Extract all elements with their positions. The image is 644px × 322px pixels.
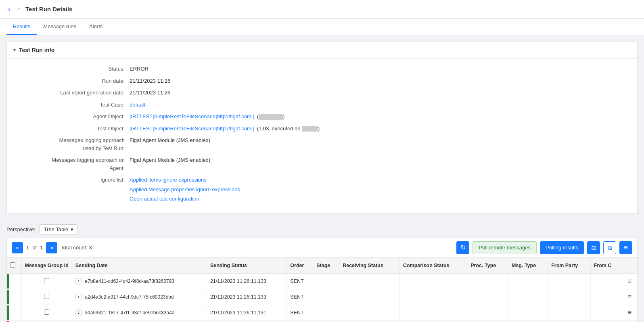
row-menu-button-2[interactable]: ≡ [625, 293, 634, 301]
td-from-party-child: IRTTES [590, 320, 622, 322]
section-header[interactable]: ▾ Test Run info [7, 42, 637, 59]
polling-results-button[interactable]: Polling results [540, 241, 584, 254]
td-indicator-2 [7, 289, 21, 305]
th-msg-type: Msg. Type [508, 258, 548, 273]
td-comparison-status-2 [467, 289, 508, 305]
menu-button[interactable]: ≡ [619, 241, 632, 254]
row-checkbox-3[interactable] [44, 309, 49, 315]
last-page-button[interactable]: » [46, 242, 57, 253]
data-table-wrap: Message Group Id Sending Date Sending St… [6, 258, 638, 322]
select-all-checkbox[interactable] [10, 262, 15, 268]
msg-logging-testrun-value: Figaf Agent Module (JMS enabled) [130, 136, 210, 144]
td-message-group-id-3: ∨ 3da59321-1817-47f1-93ef-be9eb6c83a4a [72, 305, 207, 320]
td-message-group-id-2: › a2d4a3c2-a917-44cf-9dc7-75fc60023bbd [72, 289, 207, 305]
message-group-id-3: 3da59321-1817-47f1-93ef-be9eb6c83a4a [85, 309, 174, 315]
perspective-chevron-icon: ▾ [71, 226, 73, 232]
td-sending-date-2: 21/11/2023 11:26:11.133 [207, 289, 286, 305]
td-actions-2: ≡ [622, 289, 637, 305]
msg-logging-testrun-row: Messages logging approachused by Test Ru… [17, 136, 627, 152]
compare-button[interactable]: ⚖ [587, 241, 600, 254]
td-sending-date-3: 21/11/2023 11:26:11.131 [207, 305, 286, 320]
th-checkbox [7, 258, 21, 273]
td-actions-child: ≡ [622, 320, 637, 322]
td-sending-status-2: SENT [287, 289, 313, 305]
td-receiving-status-3 [399, 305, 467, 320]
th-sending-date: Sending Date [72, 258, 207, 273]
th-receiving-status: Receiving Status [339, 258, 400, 273]
ignore-list-link-1[interactable]: Applied items ignore expressions [130, 176, 240, 184]
td-proc-type-3 [508, 305, 548, 320]
td-order-1 [313, 273, 339, 289]
total-count-label: Total count: 3 [61, 245, 92, 251]
copy-button[interactable]: ⧉ [603, 241, 616, 254]
msg-logging-agent-row: Messages logging approach onAgent: Figaf… [17, 156, 627, 172]
test-case-label: Test Case: [17, 101, 130, 109]
td-proc-type-2 [508, 289, 548, 305]
agent-object-value: |IRTTEST|SimpleRestToFileScenario|http:/… [130, 113, 284, 121]
test-case-value[interactable]: default-- [130, 101, 149, 109]
data-table: Message Group Id Sending Date Sending St… [7, 258, 637, 322]
tabs-bar: Results Message runs Alerts [0, 19, 644, 35]
td-stage-2 [339, 289, 400, 305]
tab-alerts[interactable]: Alerts [83, 19, 109, 35]
td-order-2 [313, 289, 339, 305]
poll-remote-button[interactable]: Poll remote messages [473, 241, 537, 254]
page-title: Test Run Details [25, 6, 72, 13]
msg-logging-testrun-label: Messages logging approachused by Test Ru… [17, 136, 130, 152]
last-report-value: 21/11/2023 11:26 [130, 89, 170, 97]
th-from-party: From Party [548, 258, 591, 273]
page-total: 1 [40, 245, 43, 251]
row-menu-button-3[interactable]: ≡ [625, 308, 634, 317]
ignore-list-link-2[interactable]: Applied Message properties ignore expres… [130, 186, 240, 194]
row-checkbox-2[interactable] [44, 294, 49, 299]
td-stage-child: 2 [339, 320, 400, 322]
td-comparison-status-child: ERROR [467, 320, 508, 322]
expand-button-1[interactable]: › [75, 278, 82, 284]
tab-message-runs[interactable]: Message runs [37, 19, 83, 35]
first-page-button[interactable]: « [12, 242, 23, 253]
agent-object-row: Agent Object: |IRTTEST|SimpleRestToFileS… [17, 113, 627, 121]
row-checkbox-1[interactable] [44, 278, 49, 283]
status-label: Status: [17, 65, 130, 73]
th-actions [622, 258, 637, 273]
row-indicator-green [7, 274, 9, 289]
ignore-list-link-3[interactable]: Open actual test configuration [130, 195, 240, 203]
perspective-select[interactable]: Tree Table ▾ [40, 224, 78, 234]
row-menu-button-1[interactable]: ≡ [625, 277, 634, 286]
td-proc-type-child: EO [508, 320, 548, 322]
expand-button-2[interactable]: › [75, 294, 82, 300]
expand-button-3[interactable]: ∨ [75, 309, 82, 316]
td-msg-type-2 [548, 289, 591, 305]
td-receiving-status-1 [399, 273, 467, 289]
tab-results[interactable]: Results [6, 19, 37, 35]
last-report-row: Last report generation date: 21/11/2023 … [17, 89, 627, 97]
back-button[interactable]: ‹ [6, 4, 12, 15]
td-actions-3: ≡ [622, 305, 637, 320]
td-checkbox-child [21, 320, 72, 322]
th-stage: Stage [313, 258, 339, 273]
td-msg-type-1 [548, 273, 591, 289]
th-comparison-status: Comparison Status [399, 258, 467, 273]
test-object-link[interactable]: |IRTTEST|SimpleRestToFileScenario|http:/… [130, 125, 254, 132]
run-date-row: Run date: 21/11/2023 11:26 [17, 77, 627, 85]
home-icon[interactable]: ⌂ [17, 6, 21, 13]
refresh-button[interactable]: ↻ [456, 241, 469, 254]
test-case-row: Test Case: default-- [17, 101, 627, 109]
msg-logging-agent-value: Figaf Agent Module (JMS enabled) [130, 156, 210, 164]
table-row: ∨ 3da59321-1817-47f1-93ef-be9eb6c83a4a 2… [7, 305, 637, 320]
app-header: ‹ ⌂ Test Run Details [0, 0, 644, 19]
page-of: of [32, 245, 37, 251]
table-header-row: Message Group Id Sending Date Sending St… [7, 258, 637, 273]
th-proc-type: Proc. Type [467, 258, 508, 273]
td-indicator-1 [7, 273, 21, 289]
page-current: 1 [26, 245, 29, 251]
row-indicator-green-3 [7, 305, 9, 320]
agent-object-link[interactable]: |IRTTEST|SimpleRestToFileScenario|http:/… [130, 113, 254, 119]
td-msg-type-3 [548, 305, 591, 320]
th-message-group-id: Message Group Id [21, 258, 72, 273]
td-receiving-status-2 [399, 289, 467, 305]
td-indicator-checkbox-2 [21, 289, 72, 305]
td-sending-date-child [207, 320, 286, 322]
td-from-party-1 [590, 273, 622, 289]
ignore-list-value: Applied items ignore expressions Applied… [130, 176, 240, 203]
